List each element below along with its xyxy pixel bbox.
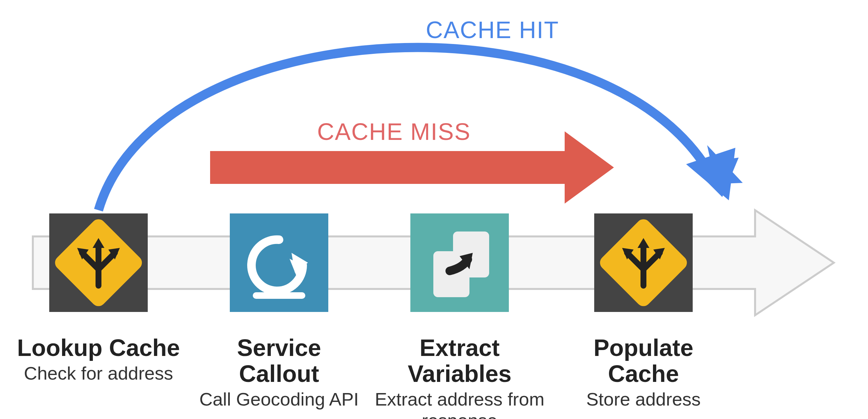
extract-variables-sub: Extract address from response xyxy=(374,389,545,419)
service-callout-step: Service Callout Call Geocoding API xyxy=(194,335,364,410)
extract-variables-title: Extract Variables xyxy=(374,335,545,387)
populate-cache-step: Populate Cache Store address xyxy=(558,335,729,410)
service-callout-title: Service Callout xyxy=(194,335,364,387)
diagram-canvas: CACHE HIT CACHE MISS xyxy=(0,0,868,419)
lookup-cache-sub: Check for address xyxy=(13,363,184,384)
populate-cache-sub: Store address xyxy=(558,389,729,410)
populate-cache-title: Populate Cache xyxy=(558,335,729,387)
lookup-cache-title: Lookup Cache xyxy=(13,335,184,361)
service-callout-sub: Call Geocoding API xyxy=(194,389,364,410)
lookup-cache-step: Lookup Cache Check for address xyxy=(13,335,184,384)
extract-variables-step: Extract Variables Extract address from r… xyxy=(374,335,545,419)
